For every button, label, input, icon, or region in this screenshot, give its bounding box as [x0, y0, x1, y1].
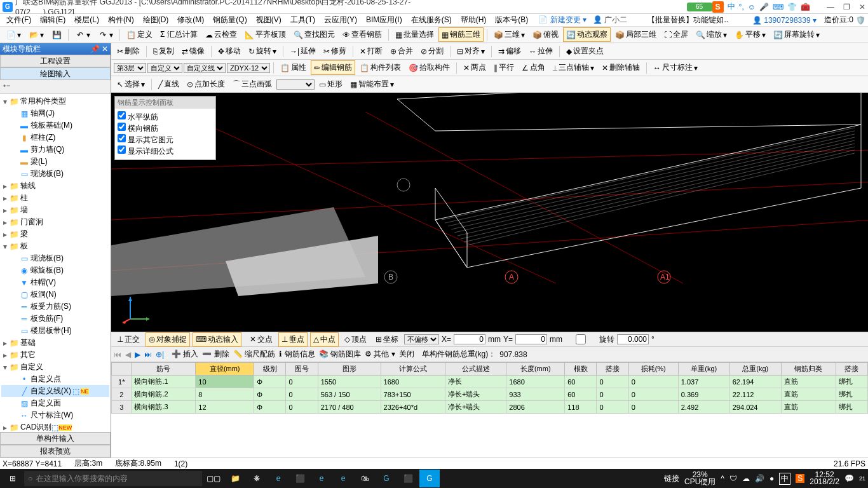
tree-custom-face[interactable]: ▨自定义面 — [1, 397, 109, 409]
other-button[interactable]: ⚙ 其他 ▾ — [365, 349, 395, 360]
menu-component[interactable]: 构件(N) — [104, 13, 138, 27]
tree-slab-6[interactable]: ═板负筋(F) — [1, 313, 109, 325]
new-change-link[interactable]: 📄 新建变更 ▾ — [538, 15, 587, 25]
task-view-icon[interactable]: ▢▢ — [203, 470, 224, 487]
x-input[interactable] — [454, 334, 485, 344]
local-3d-button[interactable]: 📦 局部三维 — [612, 27, 660, 42]
grid-header[interactable] — [112, 363, 132, 376]
grid-cell[interactable]: 60 — [565, 388, 597, 401]
grid-cell[interactable]: 3 — [112, 401, 132, 414]
nav-next[interactable]: ▶ — [135, 350, 140, 359]
tree-item-column[interactable]: ▮框柱(Z) — [1, 132, 109, 144]
ortho-toggle[interactable]: ⊥ 正交 — [114, 332, 143, 347]
grid-header[interactable]: 搭接 — [597, 363, 628, 376]
tree-group-opening[interactable]: ▸📁门窗洞 — [1, 216, 109, 228]
menu-modify[interactable]: 修改(M) — [173, 13, 208, 27]
tray-up-icon[interactable]: ^ — [721, 474, 724, 483]
tree-slab-2[interactable]: ◉螺旋板(B) — [1, 264, 109, 276]
menu-bim[interactable]: BIM应用(I) — [362, 13, 406, 27]
grid-cell[interactable]: Φ — [254, 388, 286, 401]
grid-cell[interactable]: 0 — [286, 388, 318, 401]
rebar-grid[interactable]: 筋号直径(mm)级别图号图形计算公式公式描述长度(mm)根数搭接损耗(%)单重(… — [111, 362, 868, 458]
tree-group-axis[interactable]: ▸📁轴线 — [1, 180, 109, 192]
move-button[interactable]: ✥ 移动 — [215, 44, 244, 58]
tree-item-beam[interactable]: ▬梁(L) — [1, 156, 109, 168]
toolbox-icon[interactable]: 🧰 — [801, 3, 810, 11]
grid-header[interactable]: 级别 — [254, 363, 286, 376]
grid-header[interactable]: 筋号 — [132, 363, 196, 376]
nav-prev[interactable]: ◀ — [125, 350, 131, 359]
rotate-button[interactable]: ↻ 旋转 ▾ — [245, 44, 280, 58]
3d-viewport[interactable]: 钢筋显示控制面板 水平纵筋 横向钢筋 显示其它图元 显示详细公式 — [111, 93, 868, 332]
tree-item-wall[interactable]: ▬剪力墙(Q) — [1, 144, 109, 156]
vertex-snap[interactable]: ◇ 顶点 — [341, 332, 370, 347]
check-v-rebar[interactable]: 横向钢筋 — [118, 123, 213, 134]
explorer-icon[interactable]: 📁 — [225, 470, 245, 487]
grid-cell[interactable]: 横向钢筋.3 — [132, 401, 196, 414]
stretch-button[interactable]: ↔ 拉伸 — [526, 44, 556, 58]
sidebar-footer-report[interactable]: 报表预览 — [0, 445, 111, 458]
mic-icon[interactable]: 🎤 — [759, 3, 769, 11]
angle-button[interactable]: ∠ 点角 — [519, 60, 548, 75]
grid-cell[interactable]: 2170 / 480 — [318, 401, 381, 414]
floor-select[interactable]: 第3层 — [114, 63, 146, 73]
ime-punct-icon[interactable]: °, — [739, 3, 744, 11]
copy-button[interactable]: ⎘ 复制 — [150, 44, 177, 58]
grid-cell[interactable]: 1680 — [506, 376, 565, 388]
tree-slab-1[interactable]: ▭现浇板(B) — [1, 252, 109, 264]
edit-rebar-button[interactable]: ✏ 编辑钢筋 — [311, 60, 355, 75]
app-icon-3[interactable]: G — [376, 470, 397, 487]
sidebar-tab-draw[interactable]: 绘图输入 — [0, 67, 111, 80]
grid-cell[interactable]: 60 — [565, 376, 597, 388]
sidebar-tab-project[interactable]: 工程设置 — [0, 55, 111, 67]
menu-online[interactable]: 在线服务(S) — [407, 13, 456, 27]
arc-select[interactable] — [276, 79, 315, 90]
rebar-info-button[interactable]: ℹ 钢筋信息 — [279, 349, 315, 360]
grid-cell[interactable]: 横向钢筋.2 — [132, 388, 196, 401]
grid-header[interactable]: 图号 — [286, 363, 318, 376]
grid-cell[interactable]: 直筋 — [781, 401, 836, 414]
grid-cell[interactable]: 0 — [597, 388, 628, 401]
rotate-input[interactable] — [617, 334, 649, 344]
tray-badge[interactable]: 21 — [859, 475, 865, 482]
menu-rebar[interactable]: 钢筋量(Q) — [209, 13, 250, 27]
nav-locate[interactable]: ⊕| — [156, 350, 164, 359]
grid-cell[interactable]: Φ — [254, 376, 286, 388]
dyn-input-toggle[interactable]: ⌨ 动态输入 — [193, 332, 241, 347]
store-icon[interactable]: 🛍 — [355, 470, 375, 487]
select-button[interactable]: ↖ 选择 ▾ — [114, 77, 148, 92]
view-rebar-button[interactable]: 👁 查看钢筋 — [339, 27, 385, 42]
menu-edit[interactable]: 编辑(E) — [36, 13, 69, 27]
tree-slab-4[interactable]: ▢板洞(N) — [1, 288, 109, 301]
tray-volume-icon[interactable]: 🔊 — [755, 474, 764, 483]
mirror-button[interactable]: ⇄ 镜像 — [179, 44, 208, 58]
perp-snap[interactable]: ⊥ 垂点 — [278, 332, 308, 347]
tree-slab-3[interactable]: ▼柱帽(V) — [1, 276, 109, 288]
grid-cell[interactable]: 1550 — [318, 376, 381, 388]
tree-custom-line[interactable]: ╱自定义线(X)⬚NE — [1, 385, 109, 397]
three-arc-button[interactable]: ⌒ 三点画弧 — [229, 77, 275, 92]
tree-item-slab[interactable]: ▭现浇板(B) — [1, 168, 109, 180]
comp-list-button[interactable]: 📋 构件列表 — [356, 60, 404, 75]
tray-cloud-icon[interactable]: ☁ — [742, 474, 750, 483]
grid-cell[interactable]: 0 — [597, 376, 628, 388]
grid-cell[interactable]: 直筋 — [781, 376, 836, 388]
tray-notification-icon[interactable]: 💬 — [844, 474, 854, 483]
rotate-screen-button[interactable]: 🔄 屏幕旋转 ▾ — [770, 27, 823, 42]
menu-version[interactable]: 版本号(B) — [491, 13, 532, 27]
sidebar-footer-single[interactable]: 单构件输入 — [0, 432, 111, 445]
grid-cell[interactable]: 62.194 — [729, 376, 781, 388]
tray-link[interactable]: 链接 — [664, 473, 679, 484]
menu-view[interactable]: 视图(V) — [252, 13, 285, 27]
table-row[interactable]: 3横向钢筋.312Φ02170 / 4802326+40*d净长+端头28061… — [112, 401, 868, 414]
edge-icon[interactable]: e — [268, 470, 288, 487]
grid-cell[interactable]: 净长 — [445, 376, 506, 388]
grid-cell[interactable]: 1680 — [381, 376, 445, 388]
minimize-button[interactable]: — — [827, 3, 834, 11]
grid-cell[interactable]: 横向钢筋.1 — [132, 376, 196, 388]
y-input[interactable] — [515, 334, 547, 344]
pan-button[interactable]: ✋ 平移 ▾ — [731, 27, 769, 42]
nav-last[interactable]: ⏭ — [144, 350, 152, 359]
component-select[interactable]: ZDYX-12 — [227, 63, 270, 73]
two-point-button[interactable]: ✕ 两点 — [460, 60, 489, 75]
